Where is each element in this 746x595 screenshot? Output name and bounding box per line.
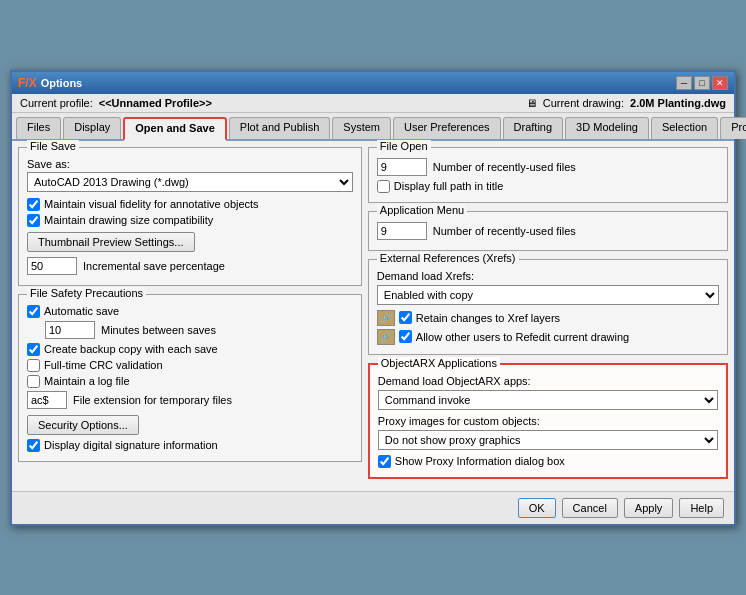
proxy-info-label: Show Proxy Information dialog box	[395, 455, 565, 467]
xref-icon-1: 🔗	[377, 310, 395, 326]
minutes-between-saves-label: Minutes between saves	[101, 324, 216, 336]
current-profile-label: Current profile:	[20, 97, 93, 109]
retain-changes-row: 🔗 Retain changes to Xref layers	[377, 310, 719, 326]
minutes-between-saves-input[interactable]	[45, 321, 95, 339]
retain-changes-label: Retain changes to Xref layers	[416, 312, 560, 324]
tab-open-save[interactable]: Open and Save	[123, 117, 226, 141]
app-recent-files-label: Number of recently-used files	[433, 225, 576, 237]
crc-validation-row: Full-time CRC validation	[27, 359, 353, 372]
crc-validation-label: Full-time CRC validation	[44, 359, 163, 371]
file-safety-title: File Safety Precautions	[27, 287, 146, 299]
objectarx-group: ObjectARX Applications Demand load Objec…	[368, 363, 728, 479]
recent-files-input[interactable]	[377, 158, 427, 176]
proxy-images-select[interactable]: Do not show proxy graphics Show proxy gr…	[378, 430, 718, 450]
incremental-save-input[interactable]	[27, 257, 77, 275]
help-button[interactable]: Help	[679, 498, 724, 518]
window-title: Options	[41, 77, 83, 89]
app-menu-group: Application Menu Number of recently-used…	[368, 211, 728, 251]
allow-refedit-row: 🔗 Allow other users to Refedit current d…	[377, 329, 719, 345]
thumbnail-preview-button[interactable]: Thumbnail Preview Settings...	[27, 232, 195, 252]
file-ext-label: File extension for temporary files	[73, 394, 232, 406]
save-as-row: AutoCAD 2013 Drawing (*.dwg) AutoCAD 201…	[27, 172, 353, 192]
drawing-size-row: Maintain drawing size compatibility	[27, 214, 353, 227]
tabs-bar: Files Display Open and Save Plot and Pub…	[12, 113, 734, 141]
tab-profiles[interactable]: Profiles	[720, 117, 746, 139]
auto-save-row: Automatic save	[27, 305, 353, 318]
app-icon: F/X	[18, 76, 37, 90]
xrefs-group: External References (Xrefs) Demand load …	[368, 259, 728, 355]
backup-copy-checkbox[interactable]	[27, 343, 40, 356]
profile-bar: Current profile: <<Unnamed Profile>> 🖥 C…	[12, 94, 734, 113]
save-as-label: Save as:	[27, 158, 353, 170]
drawing-name: 2.0M Planting.dwg	[630, 97, 726, 109]
content-area: File Save Save as: AutoCAD 2013 Drawing …	[12, 141, 734, 491]
tab-selection[interactable]: Selection	[651, 117, 718, 139]
tab-files[interactable]: Files	[16, 117, 61, 139]
tab-system[interactable]: System	[332, 117, 391, 139]
retain-changes-checkbox[interactable]	[399, 311, 412, 324]
objectarx-title: ObjectARX Applications	[378, 357, 500, 369]
crc-validation-checkbox[interactable]	[27, 359, 40, 372]
maximize-button[interactable]: □	[694, 76, 710, 90]
auto-save-label: Automatic save	[44, 305, 119, 317]
tab-drafting[interactable]: Drafting	[503, 117, 564, 139]
proxy-info-row: Show Proxy Information dialog box	[378, 455, 718, 468]
title-controls: ─ □ ✕	[676, 76, 728, 90]
demand-load-label: Demand load Xrefs:	[377, 270, 719, 282]
left-panel: File Save Save as: AutoCAD 2013 Drawing …	[18, 147, 362, 485]
proxy-images-label: Proxy images for custom objects:	[378, 415, 718, 427]
tab-plot-publish[interactable]: Plot and Publish	[229, 117, 331, 139]
ok-button[interactable]: OK	[518, 498, 556, 518]
bottom-bar: OK Cancel Apply Help	[12, 491, 734, 524]
backup-copy-label: Create backup copy with each save	[44, 343, 218, 355]
log-file-label: Maintain a log file	[44, 375, 130, 387]
visual-fidelity-label: Maintain visual fidelity for annotative …	[44, 198, 259, 210]
drawing-size-checkbox[interactable]	[27, 214, 40, 227]
full-path-checkbox[interactable]	[377, 180, 390, 193]
profile-name: <<Unnamed Profile>>	[99, 97, 212, 109]
digital-signature-label: Display digital signature information	[44, 439, 218, 451]
file-safety-group: File Safety Precautions Automatic save M…	[18, 294, 362, 462]
incremental-save-row: Incremental save percentage	[27, 257, 353, 275]
allow-refedit-checkbox[interactable]	[399, 330, 412, 343]
tab-user-preferences[interactable]: User Preferences	[393, 117, 501, 139]
minimize-button[interactable]: ─	[676, 76, 692, 90]
backup-copy-row: Create backup copy with each save	[27, 343, 353, 356]
options-window: F/X Options ─ □ ✕ Current profile: <<Unn…	[10, 70, 736, 526]
tab-3d-modeling[interactable]: 3D Modeling	[565, 117, 649, 139]
tab-display[interactable]: Display	[63, 117, 121, 139]
apply-button[interactable]: Apply	[624, 498, 674, 518]
incremental-save-label: Incremental save percentage	[83, 260, 225, 272]
xref-icon-2: 🔗	[377, 329, 395, 345]
proxy-info-checkbox[interactable]	[378, 455, 391, 468]
drawing-icon: 🖥	[526, 97, 537, 109]
digital-signature-checkbox[interactable]	[27, 439, 40, 452]
demand-objectarx-label: Demand load ObjectARX apps:	[378, 375, 718, 387]
app-recent-files-row: Number of recently-used files	[377, 222, 719, 240]
security-options-button[interactable]: Security Options...	[27, 415, 139, 435]
current-drawing-label: Current drawing:	[543, 97, 624, 109]
log-file-row: Maintain a log file	[27, 375, 353, 388]
file-save-title: File Save	[27, 140, 79, 152]
file-ext-row: File extension for temporary files	[27, 391, 353, 409]
right-panel: File Open Number of recently-used files …	[368, 147, 728, 485]
auto-save-checkbox[interactable]	[27, 305, 40, 318]
full-path-row: Display full path in title	[377, 180, 719, 193]
close-button[interactable]: ✕	[712, 76, 728, 90]
save-as-select[interactable]: AutoCAD 2013 Drawing (*.dwg) AutoCAD 201…	[27, 172, 353, 192]
app-menu-title: Application Menu	[377, 204, 467, 216]
file-open-title: File Open	[377, 140, 431, 152]
visual-fidelity-row: Maintain visual fidelity for annotative …	[27, 198, 353, 211]
visual-fidelity-checkbox[interactable]	[27, 198, 40, 211]
full-path-label: Display full path in title	[394, 180, 503, 192]
allow-refedit-label: Allow other users to Refedit current dra…	[416, 331, 629, 343]
file-save-group: File Save Save as: AutoCAD 2013 Drawing …	[18, 147, 362, 286]
file-ext-input[interactable]	[27, 391, 67, 409]
log-file-checkbox[interactable]	[27, 375, 40, 388]
demand-load-select[interactable]: Enabled with copy Disabled Enabled	[377, 285, 719, 305]
file-open-group: File Open Number of recently-used files …	[368, 147, 728, 203]
title-bar: F/X Options ─ □ ✕	[12, 72, 734, 94]
app-recent-files-input[interactable]	[377, 222, 427, 240]
demand-objectarx-select[interactable]: Command invoke Disabled Object detect an…	[378, 390, 718, 410]
cancel-button[interactable]: Cancel	[562, 498, 618, 518]
